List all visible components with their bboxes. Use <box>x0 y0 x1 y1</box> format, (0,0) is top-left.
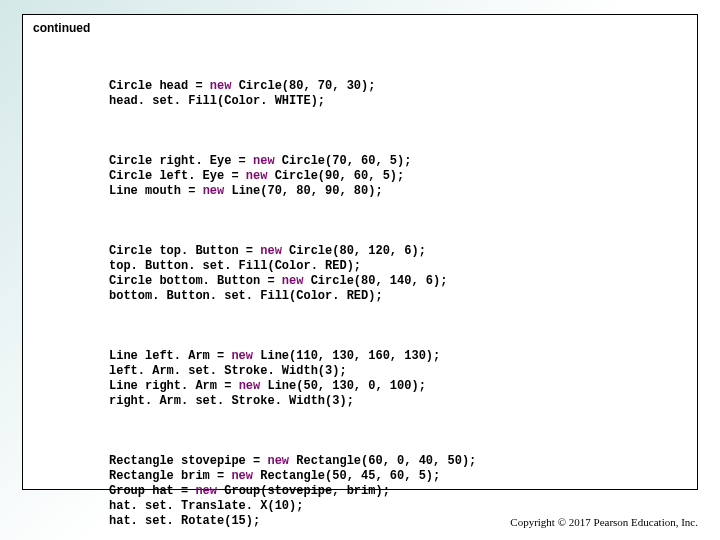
code-text: left. Arm. set. Stroke. Width(3); <box>109 364 347 378</box>
keyword-new: new <box>231 349 253 363</box>
code-text: Line right. Arm = <box>109 379 239 393</box>
keyword-new: new <box>239 379 261 393</box>
code-text: hat. set. Rotate(15); <box>109 514 260 528</box>
code-text: Line(70, 80, 90, 80); <box>224 184 382 198</box>
code-text: Circle(80, 120, 6); <box>282 244 426 258</box>
code-text: hat. set. Translate. X(10); <box>109 499 303 513</box>
keyword-new: new <box>253 154 275 168</box>
keyword-new: new <box>231 469 253 483</box>
code-text: Group(stovepipe, brim); <box>217 484 390 498</box>
code-text: Circle(80, 140, 6); <box>303 274 447 288</box>
code-text: right. Arm. set. Stroke. Width(3); <box>109 394 354 408</box>
code-text: Circle top. Button = <box>109 244 260 258</box>
keyword-new: new <box>210 79 232 93</box>
code-para-4: Line left. Arm = new Line(110, 130, 160,… <box>109 349 687 409</box>
code-text: Line mouth = <box>109 184 203 198</box>
code-block: Circle head = new Circle(80, 70, 30); he… <box>33 49 687 540</box>
code-text: Circle(80, 70, 30); <box>231 79 375 93</box>
copyright-text: Copyright © 2017 Pearson Education, Inc. <box>510 516 698 528</box>
keyword-new: new <box>203 184 225 198</box>
code-text: Rectangle stovepipe = <box>109 454 267 468</box>
code-text: top. Button. set. Fill(Color. RED); <box>109 259 361 273</box>
code-text: Rectangle(50, 45, 60, 5); <box>253 469 440 483</box>
code-text: Rectangle brim = <box>109 469 231 483</box>
continued-label-top: continued <box>33 21 687 35</box>
code-para-2: Circle right. Eye = new Circle(70, 60, 5… <box>109 154 687 199</box>
code-container: continued Circle head = new Circle(80, 7… <box>22 14 698 490</box>
code-text: Circle right. Eye = <box>109 154 253 168</box>
code-para-1: Circle head = new Circle(80, 70, 30); he… <box>109 79 687 109</box>
code-text: Group hat = <box>109 484 195 498</box>
code-text: head. set. Fill(Color. WHITE); <box>109 94 325 108</box>
code-text: Circle head = <box>109 79 210 93</box>
code-text: bottom. Button. set. Fill(Color. RED); <box>109 289 383 303</box>
keyword-new: new <box>260 244 282 258</box>
code-text: Line(110, 130, 160, 130); <box>253 349 440 363</box>
code-text: Line(50, 130, 0, 100); <box>260 379 426 393</box>
code-para-3: Circle top. Button = new Circle(80, 120,… <box>109 244 687 304</box>
code-text: Circle(70, 60, 5); <box>275 154 412 168</box>
code-text: Circle bottom. Button = <box>109 274 282 288</box>
keyword-new: new <box>267 454 289 468</box>
code-text: Line left. Arm = <box>109 349 231 363</box>
code-text: Circle left. Eye = <box>109 169 246 183</box>
code-text: Circle(90, 60, 5); <box>267 169 404 183</box>
keyword-new: new <box>195 484 217 498</box>
keyword-new: new <box>282 274 304 288</box>
code-text: Rectangle(60, 0, 40, 50); <box>289 454 476 468</box>
keyword-new: new <box>246 169 268 183</box>
